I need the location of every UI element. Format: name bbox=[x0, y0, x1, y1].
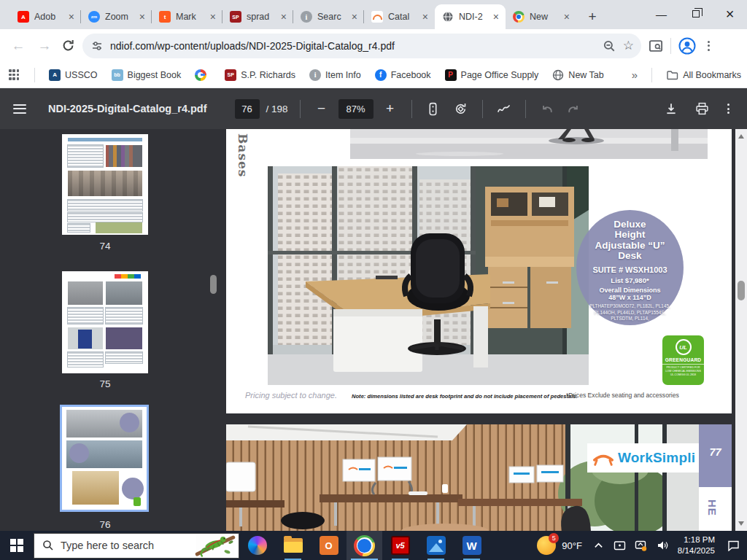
ussco-icon: A bbox=[49, 69, 61, 81]
scroll-up-arrow[interactable] bbox=[738, 134, 744, 139]
bookmarks-overflow-icon[interactable]: » bbox=[632, 69, 638, 81]
new-tab-button[interactable]: + bbox=[582, 7, 603, 27]
tab-new[interactable]: New × bbox=[506, 4, 576, 29]
thumbnail-page-74[interactable] bbox=[62, 134, 148, 235]
tab-search[interactable]: i Searc × bbox=[293, 4, 364, 29]
bookmark-label: Biggest Book bbox=[128, 70, 182, 80]
url-text[interactable]: ndiof.com/wp-content/uploads/NDI-2025-Di… bbox=[110, 40, 595, 52]
tab-marketing[interactable]: t Mark × bbox=[152, 4, 222, 29]
tab-label: Mark bbox=[176, 12, 203, 22]
fit-page-icon[interactable] bbox=[424, 102, 443, 116]
thumbnail-page-75[interactable] bbox=[62, 271, 148, 373]
worksimpli-logo: WorkSimpli bbox=[587, 443, 699, 472]
tab-close-icon[interactable]: × bbox=[420, 11, 430, 23]
height-adjustable-photo bbox=[226, 424, 699, 531]
taskbar-search[interactable]: Type here to search bbox=[34, 533, 239, 559]
apps-grid-icon[interactable] bbox=[9, 69, 19, 79]
date: 8/14/2025 bbox=[678, 545, 715, 556]
product-bubble: Deluxe Height Adjustable “U” Desk SUITE … bbox=[576, 210, 684, 325]
pdf-more-menu-icon[interactable] bbox=[723, 104, 734, 114]
zoom-in-button[interactable]: + bbox=[381, 101, 400, 117]
prices-exclude-note: *Prices Exclude seating and accessories bbox=[566, 392, 679, 399]
forward-icon[interactable]: → bbox=[35, 38, 54, 54]
scrollbar-thumb[interactable] bbox=[738, 281, 745, 300]
taskbar-word[interactable]: W bbox=[454, 531, 489, 560]
bookmark-label: S.P. Richards bbox=[241, 70, 295, 80]
ul-logo: UL bbox=[676, 339, 692, 355]
bookmark-ussco[interactable]: AUSSCO bbox=[49, 69, 97, 81]
scroll-down-arrow[interactable] bbox=[738, 521, 744, 526]
browser-tab-strip: A Adob × zm Zoom × t Mark × SP sprad × i… bbox=[0, 0, 747, 29]
bookmark-page-office-supply[interactable]: PPage Office Supply bbox=[445, 69, 539, 81]
close-window-button[interactable]: × bbox=[713, 0, 747, 28]
pdf-page-76: Bases bbox=[226, 129, 732, 413]
zoom-out-icon[interactable] bbox=[603, 39, 616, 52]
tray-screenshare-icon[interactable] bbox=[633, 540, 649, 551]
download-icon[interactable] bbox=[662, 102, 681, 115]
tab-catalog[interactable]: Catal × bbox=[364, 4, 435, 29]
taskbar-chrome[interactable] bbox=[347, 531, 382, 560]
restore-button[interactable] bbox=[678, 0, 713, 28]
action-center-icon[interactable] bbox=[721, 540, 746, 551]
rotate-icon[interactable] bbox=[452, 102, 471, 116]
all-bookmarks-button[interactable]: All Bookmarks bbox=[666, 69, 741, 81]
reload-icon[interactable] bbox=[61, 39, 75, 52]
taskbar-photos[interactable] bbox=[418, 531, 454, 560]
gecko-search-image bbox=[192, 534, 239, 558]
tab-sprichards[interactable]: SP sprad × bbox=[222, 4, 293, 29]
tab-close-icon[interactable]: × bbox=[491, 11, 501, 23]
minimize-button[interactable]: — bbox=[644, 0, 678, 28]
tab-ndi-pdf-active[interactable]: NDI-2 × bbox=[435, 4, 506, 29]
browser-menu-icon[interactable] bbox=[703, 41, 714, 51]
thumbnail-label: 74 bbox=[51, 241, 159, 252]
start-button[interactable] bbox=[0, 531, 34, 560]
back-icon[interactable]: ← bbox=[9, 38, 28, 54]
profile-avatar[interactable] bbox=[678, 37, 696, 55]
tab-close-icon[interactable]: × bbox=[208, 11, 218, 23]
bookmark-sprichards[interactable]: SPS.P. Richards bbox=[225, 69, 295, 81]
bookmark-biggest-book[interactable]: bbBiggest Book bbox=[112, 69, 182, 81]
sp-favicon: SP bbox=[230, 11, 241, 23]
site-settings-icon[interactable] bbox=[91, 40, 103, 52]
tab-close-icon[interactable]: × bbox=[66, 11, 77, 23]
windows-logo-icon bbox=[10, 539, 23, 552]
taskbar-file-explorer[interactable] bbox=[275, 531, 311, 560]
taskbar-clock[interactable]: 1:18 PM 8/14/2025 bbox=[678, 534, 715, 556]
tray-tablet-icon[interactable] bbox=[612, 540, 628, 551]
bookmark-new-tab[interactable]: New Tab bbox=[552, 69, 603, 81]
search-icon bbox=[42, 540, 54, 551]
tab-zoom[interactable]: zm Zoom × bbox=[81, 4, 152, 29]
omnibox[interactable]: ndiof.com/wp-content/uploads/NDI-2025-Di… bbox=[82, 34, 641, 58]
taskbar-outlook[interactable]: O bbox=[311, 531, 347, 560]
tab-close-icon[interactable]: × bbox=[562, 11, 572, 23]
zoom-favicon: zm bbox=[88, 11, 100, 23]
taskbar-copilot[interactable] bbox=[239, 531, 275, 560]
sidebar-scrollbar-thumb[interactable] bbox=[210, 275, 217, 294]
zoom-out-button[interactable]: − bbox=[312, 101, 331, 117]
redo-icon[interactable] bbox=[564, 102, 583, 115]
side-panel-search-icon[interactable] bbox=[649, 39, 663, 53]
tab-close-icon[interactable]: × bbox=[349, 11, 360, 23]
pdf-menu-icon[interactable] bbox=[13, 104, 26, 114]
bubble-dimensions: Overall Dimensions 48”W x 114”D bbox=[576, 287, 684, 302]
viewer-scrollbar[interactable] bbox=[735, 129, 747, 531]
bookmark-facebook[interactable]: fFacebook bbox=[375, 69, 431, 81]
undo-icon[interactable] bbox=[538, 102, 557, 115]
bookmark-google[interactable] bbox=[195, 69, 211, 81]
taskbar-weather[interactable]: 5 90°F bbox=[537, 536, 582, 555]
tab-adobe[interactable]: A Adob × bbox=[10, 4, 81, 29]
annotate-pen-icon[interactable] bbox=[495, 103, 514, 114]
thumbnail-page-76-selected[interactable] bbox=[60, 405, 149, 512]
bookmark-item-info[interactable]: iItem Info bbox=[309, 69, 361, 81]
zoom-level[interactable]: 87% bbox=[338, 99, 374, 119]
tab-close-icon[interactable]: × bbox=[279, 11, 289, 23]
print-icon[interactable] bbox=[692, 102, 711, 115]
divider bbox=[670, 38, 671, 54]
page-number-input[interactable]: 76 bbox=[235, 99, 260, 119]
tab-close-icon[interactable]: × bbox=[137, 11, 147, 23]
bookmark-star-icon[interactable]: ☆ bbox=[623, 38, 634, 53]
tray-chevron-icon[interactable] bbox=[591, 541, 607, 551]
worksimpli-wordmark: WorkSimpli bbox=[618, 450, 695, 466]
tray-speaker-icon[interactable] bbox=[654, 540, 670, 551]
taskbar-v5[interactable]: v5 bbox=[382, 531, 418, 560]
